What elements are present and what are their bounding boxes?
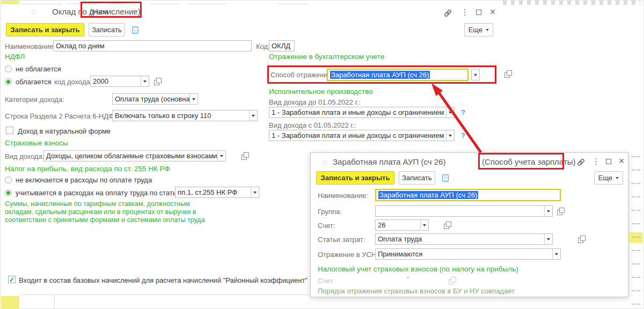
base-accruals-label: Входит в состав базовых начислений для р… <box>19 276 309 284</box>
code-label: Код: <box>256 42 270 50</box>
menu-kebab-icon[interactable]: ⋮ <box>591 157 601 166</box>
dialog-title-annotation: (Способ учета зарплаты) <box>482 157 576 166</box>
natural-form-checkbox[interactable] <box>6 127 13 134</box>
background-dash-pattern <box>503 1 640 5</box>
save-close-button[interactable]: Записать и закрыть <box>6 23 84 36</box>
code-input[interactable]: ОКЛД <box>269 40 295 52</box>
screenshot-canvas: ☆ Оклад по дням (Начисление) ⋮ × Записат… <box>0 0 644 309</box>
dropdown-icon[interactable] <box>217 151 225 161</box>
included-radio[interactable] <box>5 189 12 196</box>
maximize-icon[interactable] <box>476 10 481 15</box>
income-code-label: код дохода: <box>54 78 92 86</box>
more-button[interactable]: Еще <box>594 171 623 185</box>
scroll-marks-column <box>632 156 640 305</box>
enforcement-heading: Исполнительное производство <box>269 87 373 95</box>
profit-tax-note: Суммы, начисленные по тарифным ставкам, … <box>5 200 230 224</box>
background-line-bottom-vertical <box>54 295 55 309</box>
usn-label: Отражение в УСН: <box>318 251 378 259</box>
group-select[interactable] <box>375 205 553 217</box>
not-included-label: не включается в расходы по оплате труда <box>16 176 152 184</box>
insurance-order-link[interactable]: Порядок отражения страховых взносов в БУ… <box>318 287 515 295</box>
dropdown-icon[interactable] <box>552 249 560 259</box>
tax-accounting-heading: Налоговый учет страховых взносов (по нал… <box>318 265 518 273</box>
open-icon[interactable] <box>443 220 451 229</box>
dropdown-icon[interactable] <box>471 69 480 80</box>
natural-form-label: Доход в натуральной форме <box>18 127 111 135</box>
save-button[interactable]: Записать <box>399 171 435 185</box>
accounting-heading: Отражение в бухгалтерском учете <box>269 53 384 61</box>
name-label: Наименование: <box>5 42 55 50</box>
taxed-radio[interactable] <box>5 78 12 85</box>
open-icon[interactable] <box>556 207 565 215</box>
save-button[interactable]: Записать <box>89 23 125 36</box>
dropdown-icon[interactable] <box>249 111 257 121</box>
profit-tax-heading: Налог на прибыль, вид расхода по ст. 255… <box>5 165 170 173</box>
usn-select[interactable]: Принимаются <box>375 248 561 260</box>
article-select[interactable]: пп.1, ст.255 НК РФ <box>175 187 259 198</box>
more-button[interactable]: Еще <box>464 23 493 36</box>
dropdown-icon[interactable] <box>189 94 197 104</box>
reflection-method-label: Способ отражения: <box>270 71 333 79</box>
open-icon[interactable] <box>577 234 586 243</box>
annotation-arrow <box>427 80 486 156</box>
link-icon[interactable] <box>443 8 452 18</box>
income-after-label: Вид дохода с 01.05.2022 г.: <box>269 121 356 129</box>
account-label: Счет: <box>318 222 335 230</box>
row110-label: Строка Раздела 2 Расчета 6-НДФЛ: <box>5 112 120 120</box>
cost-item-label: Статьи затрат: <box>318 236 365 244</box>
background-line-bottom <box>19 295 309 295</box>
open-icon[interactable] <box>503 69 512 78</box>
included-label: учитывается в расходах на оплату труда п… <box>16 189 182 197</box>
disabled-account-label: Счет <box>318 277 333 285</box>
dropdown-icon-disabled <box>406 279 409 287</box>
close-icon[interactable]: × <box>488 7 497 17</box>
group-label: Группа: <box>318 208 342 216</box>
dialog-window: ☆ Заработная плата АУП (сч 26) (Способ у… <box>310 152 628 297</box>
income-before-label: Вид дохода до 01.05.2022 г.: <box>269 98 361 106</box>
taxed-label: облагается <box>16 78 52 86</box>
not-taxed-radio[interactable] <box>5 65 12 72</box>
account-select[interactable]: 26 <box>375 219 429 231</box>
base-accruals-checkbox[interactable]: ✓ <box>8 276 16 283</box>
open-icon-disabled <box>448 276 456 284</box>
save-close-button[interactable]: Записать и закрыть <box>316 171 394 185</box>
open-icon[interactable] <box>240 151 249 160</box>
income-category-select[interactable]: Оплата труда (основная <box>112 93 198 105</box>
row110-select[interactable]: Включать только в строку 110 <box>112 110 258 121</box>
menu-kebab-icon[interactable]: ⋮ <box>460 8 470 17</box>
name-input[interactable]: Оклад по дням <box>53 40 252 52</box>
income-code-select[interactable]: 2000 <box>90 76 149 87</box>
reflection-method-input[interactable]: Заработная плата АУП (сч 26) <box>327 69 469 81</box>
postings-stack-icon[interactable] <box>129 23 141 36</box>
link-icon[interactable] <box>576 157 586 167</box>
main-window-title-annotation: (Начисление) <box>90 7 141 16</box>
insurance-income-type-label: Вид дохода: <box>5 152 45 160</box>
dropdown-icon[interactable] <box>420 220 428 230</box>
background-button-fragment-bottom <box>1 296 19 309</box>
favorite-star-icon[interactable]: ☆ <box>30 8 37 16</box>
dialog-name-label: Наименование: <box>318 192 368 200</box>
cost-item-select[interactable]: Оплата труда <box>375 233 553 245</box>
dropdown-icon[interactable] <box>544 234 552 244</box>
dialog-title: Заработная плата АУП (сч 26) <box>333 157 445 166</box>
dialog-name-input[interactable]: Заработная плата АУП (сч 26) <box>375 189 561 201</box>
dropdown-icon[interactable] <box>544 206 552 216</box>
ndfl-heading: НДФЛ <box>5 53 25 61</box>
open-icon[interactable] <box>153 77 162 85</box>
insurance-heading: Страховые взносы <box>5 139 68 147</box>
maximize-icon[interactable] <box>606 159 611 164</box>
insurance-income-type-select[interactable]: Доходы, целиком облагаемые страховыми вз… <box>43 150 226 161</box>
dropdown-icon[interactable] <box>251 187 259 197</box>
dropdown-icon[interactable] <box>141 76 149 86</box>
income-category-label: Категория дохода: <box>5 95 64 104</box>
postings-stack-icon[interactable] <box>440 171 451 185</box>
not-included-radio[interactable] <box>5 176 12 183</box>
close-icon[interactable]: × <box>617 156 626 166</box>
not-taxed-label: не облагается <box>16 65 61 73</box>
favorite-star-icon[interactable]: ☆ <box>321 158 328 166</box>
